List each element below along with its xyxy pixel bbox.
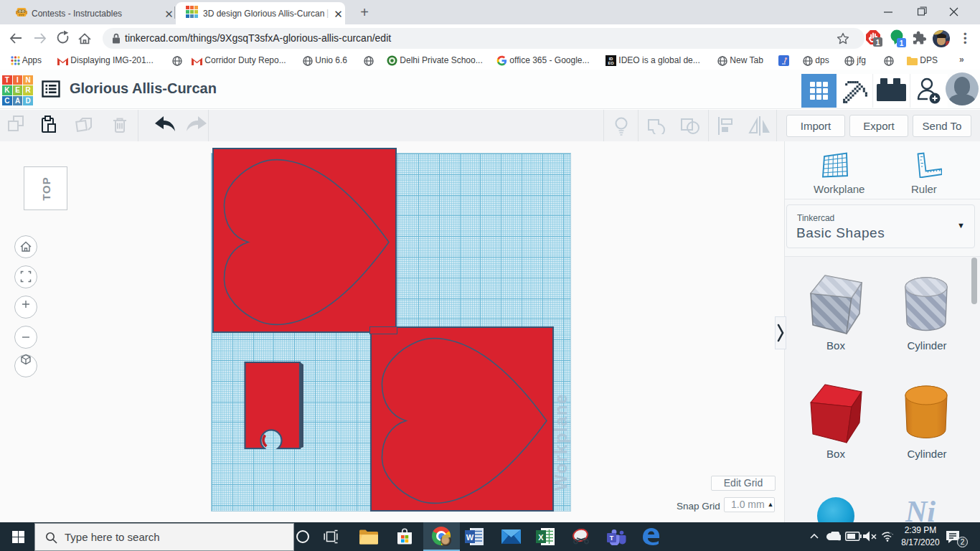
svg-text:1: 1 (876, 39, 880, 47)
svg-text:T: T (610, 534, 614, 542)
svg-text:X: X (538, 533, 544, 542)
svg-text:W: W (466, 533, 474, 542)
svg-text:1: 1 (900, 39, 904, 47)
svg-text:EO: EO (608, 61, 614, 65)
